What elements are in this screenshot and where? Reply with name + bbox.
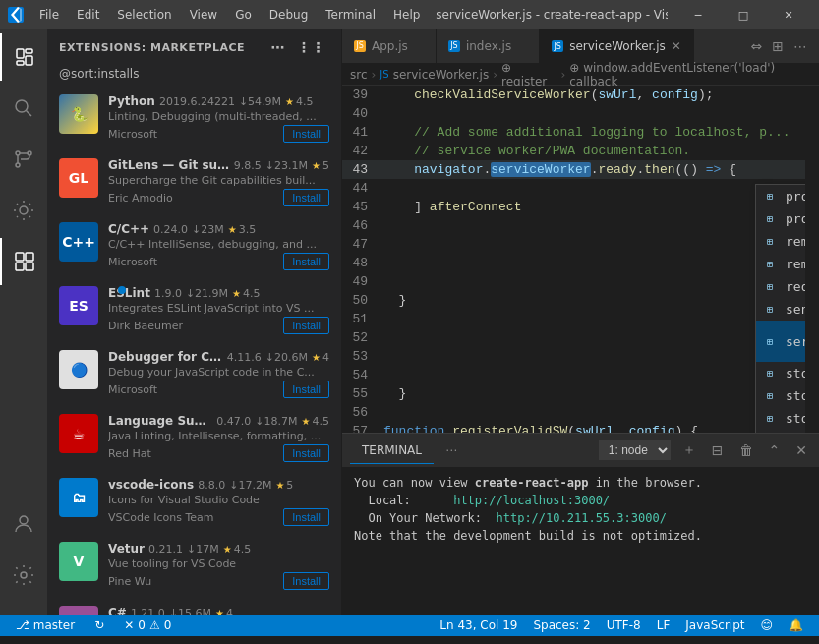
ext-install-btn[interactable]: Install (283, 253, 329, 270)
terminal-maximize-btn[interactable]: ⌃ (765, 440, 785, 460)
menu-debug[interactable]: Debug (262, 6, 316, 24)
tab-appjs[interactable]: JS App.js ✕ (342, 29, 437, 63)
sidebar-more-btn[interactable]: ⋮⋮ (293, 37, 329, 57)
breadcrumb-file[interactable]: serviceWorker.js (393, 68, 490, 82)
terminal-trash-btn[interactable]: 🗑 (735, 440, 757, 460)
ac-item-selected[interactable]: ⊞ serviceWorker (property) Navigator.ser… (756, 321, 805, 362)
sidebar: EXTENSIONS: MARKETPLACE ⋯ ⋮⋮ @sort:insta… (47, 29, 342, 615)
git-branch-status[interactable]: ⎇ master (8, 615, 83, 636)
tabbar: JS App.js ✕ JS index.js ✕ JS serviceWork… (342, 29, 819, 64)
menu-selection[interactable]: Selection (109, 6, 179, 24)
ac-item[interactable]: ⊞ product (756, 185, 805, 207)
ac-prop-icon: ⊞ (762, 257, 778, 272)
ac-item[interactable]: ⊞ requestMediaKeySystemAccess (756, 275, 805, 298)
terminal-body[interactable]: You can now view create-react-app in the… (342, 468, 819, 615)
ac-item[interactable]: ⊞ storeSiteSpecificTrackingException (756, 384, 805, 407)
menu-file[interactable]: File (31, 6, 67, 24)
extension-item[interactable]: 🔵 Debugger for Ch... 4.11.6 ↓20.6M ★ 4 D… (47, 342, 341, 406)
extension-item[interactable]: C++ C/C++ 0.24.0 ↓23M ★ 3.5 C/C++ Intell… (47, 214, 341, 278)
maximize-button[interactable]: □ (721, 0, 766, 29)
activitybar-accounts[interactable] (0, 500, 47, 548)
split-editor-btn[interactable]: ⇔ (747, 36, 767, 56)
extension-item[interactable]: GL GitLens — Git sup... 9.8.5 ↓23.1M ★ 5… (47, 150, 341, 214)
ac-item[interactable]: ⊞ removeWebWideTrackingException (756, 253, 805, 275)
activitybar-search[interactable] (0, 85, 47, 132)
spaces-status[interactable]: Spaces: 2 (525, 615, 598, 636)
ext-version: 1.21.0 (131, 607, 165, 615)
menu-edit[interactable]: Edit (69, 6, 107, 24)
emoji-status[interactable]: 😊 (752, 615, 781, 636)
code-editor[interactable]: 39 checkValidServiceWorker(swUrl, config… (342, 86, 805, 433)
terminal-split-btn[interactable]: ⊟ (708, 440, 728, 460)
activitybar-scm[interactable] (0, 136, 47, 183)
menu-view[interactable]: View (182, 6, 225, 24)
minimize-button[interactable]: ─ (675, 0, 721, 29)
activitybar-settings[interactable] (0, 552, 47, 599)
terminal-instance-select[interactable]: 1: node (599, 440, 671, 460)
breadcrumb-callback[interactable]: ⊕ window.addEventListener('load') callba… (569, 61, 811, 88)
extension-item[interactable]: ES ESLint 1.9.0 ↓21.9M ★ 4.5 Integrates … (47, 278, 341, 342)
extension-item[interactable]: 🗂 vscode-icons 8.8.0 ↓17.2M ★ 5 Icons fo… (47, 470, 341, 534)
ac-item[interactable]: ⊞ sendBeacon (756, 298, 805, 321)
activitybar-extensions[interactable] (0, 238, 47, 285)
ext-desc: Linting, Debugging (multi-threaded, ... (108, 110, 329, 123)
encoding-status[interactable]: UTF-8 (599, 615, 649, 636)
terminal-close-btn[interactable]: ✕ (791, 440, 811, 460)
ext-install-btn[interactable]: Install (283, 508, 329, 526)
ext-install-btn[interactable]: Install (283, 444, 329, 462)
terminal-header: TERMINAL ⋯ 1: node ＋ ⊟ 🗑 ⌃ ✕ (342, 434, 819, 468)
close-button[interactable]: ✕ (766, 0, 811, 29)
ext-install-btn[interactable]: Install (283, 572, 329, 590)
ac-item[interactable]: ⊞ storage (756, 362, 805, 384)
breadcrumb-register[interactable]: ⊕ register (501, 61, 556, 88)
sidebar-filter-btn[interactable]: ⋯ (267, 37, 290, 57)
ext-details: C/C++ 0.24.0 ↓23M ★ 3.5 C/C++ IntelliSen… (108, 222, 329, 270)
language-status[interactable]: JavaScript (677, 615, 752, 636)
svg-point-15 (21, 572, 27, 578)
tab-indexjs[interactable]: JS index.js ✕ (437, 29, 540, 63)
extension-item[interactable]: C# C# 1.21.0 ↓15.6M ★ 4 C# for Visual St… (47, 598, 341, 615)
autocomplete-dropdown: ⊞ product ⊞ productSub ⊞ removeSiteSpeci… (755, 184, 805, 433)
extension-item[interactable]: 🐍 Python 2019.6.24221 ↓54.9M ★ 4.5 Linti… (47, 87, 341, 150)
code-line: 51 (342, 310, 805, 328)
tab-serviceworker[interactable]: JS serviceWorker.js ✕ (540, 29, 694, 63)
activitybar-explorer[interactable] (0, 33, 47, 81)
ext-install-btn[interactable]: Install (283, 317, 329, 334)
ac-prop-icon: ⊞ (762, 279, 778, 295)
ac-item[interactable]: ⊞ removeSiteSpecificTrackingException (756, 230, 805, 253)
statusbar-left: ⎇ master ↻ ✕ 0 ⚠ 0 (8, 615, 179, 636)
ext-version: 8.8.0 (198, 479, 225, 492)
error-icon: ✕ (124, 618, 134, 632)
ac-item[interactable]: ⊞ productSub (756, 207, 805, 230)
ext-install-btn[interactable]: Install (283, 125, 329, 143)
ac-item[interactable]: ⊞ storeWebWideTrackingException (756, 407, 805, 430)
tab-more-btn[interactable]: ⋯ (790, 36, 811, 56)
terminal-add-btn[interactable]: ＋ (678, 439, 700, 461)
breadcrumb-src[interactable]: src (350, 68, 368, 82)
code-line: 49 (342, 272, 805, 291)
menu-go[interactable]: Go (227, 6, 260, 24)
sync-status[interactable]: ↻ (87, 615, 112, 636)
sort-bar: @sort:installs (47, 61, 341, 87)
ext-desc: Integrates ESLint JavaScript into VS ... (108, 302, 329, 315)
terminal-tab[interactable]: TERMINAL (350, 438, 434, 464)
cursor-position-status[interactable]: Ln 43, Col 19 (432, 615, 525, 636)
bell-status[interactable]: 🔔 (781, 615, 811, 636)
ext-install-btn[interactable]: Install (283, 189, 329, 206)
ext-install-btn[interactable]: Install (283, 381, 329, 398)
app-logo (8, 7, 24, 23)
eol-status[interactable]: LF (649, 615, 678, 636)
activitybar-debug[interactable] (0, 187, 47, 234)
tab-layout-btn[interactable]: ⊞ (768, 36, 788, 56)
extension-item[interactable]: ☕ Language Supp... 0.47.0 ↓18.7M ★ 4.5 J… (47, 406, 341, 470)
errors-status[interactable]: ✕ 0 ⚠ 0 (116, 615, 179, 636)
ac-item[interactable]: ⊞ userAgent (756, 430, 805, 433)
editor-scrollbar[interactable] (805, 86, 819, 433)
extension-item[interactable]: V Vetur 0.21.1 ↓17M ★ 4.5 Vue tooling fo… (47, 534, 341, 598)
menu-help[interactable]: Help (385, 6, 428, 24)
menu-terminal[interactable]: Terminal (318, 6, 383, 24)
tab-close-serviceworker[interactable]: ✕ (672, 39, 681, 53)
new-badge (118, 286, 126, 294)
terminal-more-btn[interactable]: ⋯ (445, 443, 457, 457)
ext-publisher: Microsoft (108, 256, 157, 268)
